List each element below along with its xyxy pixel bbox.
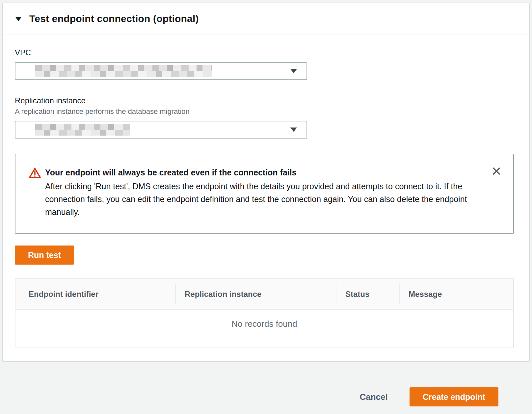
replication-instance-field: Replication instance A replication insta… [15,96,513,139]
no-records-text: No records found [231,319,297,329]
section-content: VPC Replication instance A replication i… [3,35,529,361]
replication-instance-select-redacted-value [35,124,130,136]
vpc-label: VPC [15,48,513,58]
column-header-endpoint-identifier: Endpoint identifier [15,279,175,309]
section-title: Test endpoint connection (optional) [29,12,199,26]
connection-warning-alert: Your endpoint will always be created eve… [15,154,514,234]
replication-instance-description: A replication instance performs the data… [15,107,513,116]
section-header-toggle[interactable]: Test endpoint connection (optional) [3,3,529,35]
create-endpoint-button[interactable]: Create endpoint [410,387,498,406]
alert-body: After clicking 'Run test', DMS creates t… [45,180,473,219]
test-results-table: Endpoint identifier Replication instance… [15,278,514,348]
run-test-button[interactable]: Run test [15,246,74,265]
close-icon [492,172,501,177]
alert-close-button[interactable] [490,165,503,177]
vpc-select[interactable] [15,62,307,80]
test-endpoint-connection-panel: Test endpoint connection (optional) VPC … [3,3,529,361]
replication-instance-select-caret-icon [290,127,297,133]
alert-title: Your endpoint will always be created eve… [45,167,473,178]
vpc-select-redacted-value [35,65,212,77]
column-header-status: Status [336,279,399,309]
form-footer: Cancel Create endpoint [0,361,532,406]
vpc-select-caret-icon [290,68,297,74]
warning-triangle-icon [29,167,45,219]
replication-instance-select[interactable] [15,121,307,139]
column-header-replication-instance: Replication instance [175,279,336,309]
table-header-row: Endpoint identifier Replication instance… [15,279,513,310]
table-empty-state: No records found [15,310,513,348]
cancel-button[interactable]: Cancel [356,387,391,406]
replication-instance-label: Replication instance [15,96,513,106]
alert-content: Your endpoint will always be created eve… [45,167,473,219]
vpc-field: VPC [15,48,513,80]
column-header-message: Message [399,279,513,309]
section-caret-icon [15,16,22,22]
